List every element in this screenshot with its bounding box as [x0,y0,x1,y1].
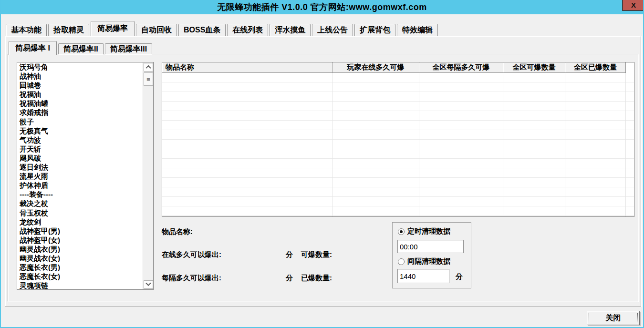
list-item[interactable]: 气功波 [18,135,142,144]
list-item[interactable]: 幽灵战衣(女) [18,254,142,263]
list-item[interactable]: 龙纹剑 [18,217,142,226]
can-drop-label: 可爆数量: [301,250,332,259]
drop-table: 物品名称玩家在线多久可爆全区每隔多久可爆全区可爆数量全区已爆数量 [162,62,634,217]
close-dialog-button[interactable]: 关闭 [587,311,640,325]
list-item[interactable]: 幽灵战衣(男) [18,245,142,254]
title-bar: 无限蜂功能插件 V1.0.0 官方网站:www.gomwxf.com [0,0,644,14]
main-tab[interactable]: 拾取精灵 [48,24,89,36]
main-tab-label: 自动回收 [141,25,172,35]
main-tab-label: 简易爆率 [97,24,128,34]
column-header[interactable]: 全区每隔多久可爆 [419,62,503,73]
list-item[interactable]: 战神盔甲(女) [18,236,142,245]
timed-cleanup-label: 定时清理数据 [407,227,450,236]
main-tab-label: 浑水摸鱼 [275,25,305,35]
sub-tab-strip: 简易爆率 I 简易爆率II 简易爆率III [9,41,154,54]
list-item[interactable]: 灵魂项链 [18,281,142,289]
focus-rect [589,313,638,323]
list-item[interactable]: 骰子 [18,117,142,126]
list-item[interactable]: 战神盔甲(男) [18,226,142,236]
item-listbox: 沃玛号角战神油回城卷祝福油祝福油罐求婚戒指骰子无极真气气功波开天斩飓风破逐日剑法… [17,62,154,290]
main-tab[interactable]: 自动回收 [136,24,177,36]
chevron-down-icon [145,281,151,286]
main-tab[interactable]: 在线列表 [227,24,268,36]
online-time-label: 在线多久可以爆出: [162,250,221,259]
main-tab-label: 拾取精灵 [53,25,84,35]
list-item[interactable]: 恶魔长衣(女) [18,272,142,281]
list-item[interactable]: 护体神盾 [18,181,142,190]
main-tab[interactable]: BOSS血条 [178,24,226,36]
interval-cleanup-minutes-input[interactable] [397,269,449,283]
grip-icon: ≡ [146,76,150,83]
scroll-up-button[interactable] [144,63,153,72]
grid-column-divider [503,73,503,216]
main-tab[interactable]: 特效编辑 [397,24,438,36]
list-item[interactable]: 飓风破 [18,154,142,163]
interval-time-label: 每隔多久可以爆出: [162,274,221,283]
main-tab[interactable]: 简易爆率 [91,21,135,36]
list-item[interactable]: 回城卷 [18,81,142,90]
main-tab[interactable]: 基本功能 [6,24,47,36]
item-name-label: 物品名称: [162,227,193,236]
list-item[interactable]: 裁决之杖 [18,199,142,208]
main-tab-label: 扩展背包 [360,25,390,35]
close-window-button[interactable]: X [622,0,644,11]
main-tab-label: 特效编辑 [402,25,433,35]
cleanup-panel: 定时清理数据 间隔清理数据 分 [392,222,471,288]
list-item[interactable]: 求婚戒指 [18,108,142,117]
dropped-label: 已爆数量: [301,274,332,283]
list-item[interactable]: 祝福油 [18,90,142,99]
main-tab-label: 在线列表 [232,25,263,35]
minutes-unit-label: 分 [286,274,293,283]
main-tab[interactable]: 扩展背包 [354,24,395,36]
main-tab[interactable]: 浑水摸鱼 [270,24,311,36]
column-header[interactable]: 全区已爆数量 [565,62,626,73]
grid-column-divider [625,73,626,216]
timed-cleanup-time-input[interactable] [397,240,464,253]
interval-unit-label: 分 [456,272,463,281]
grid-column-divider [419,73,419,216]
radio-timed-cleanup[interactable]: 定时清理数据 [398,227,450,236]
list-item[interactable]: 逐日剑法 [18,163,142,172]
list-item[interactable]: 流星火雨 [18,172,142,181]
list-scrollbar[interactable]: ≡ [143,62,153,289]
item-list: 沃玛号角战神油回城卷祝福油祝福油罐求婚戒指骰子无极真气气功波开天斩飓风破逐日剑法… [18,62,142,289]
sub-tab[interactable]: 简易爆率II [58,43,104,54]
drop-table-body[interactable] [162,73,634,216]
radio-interval-cleanup[interactable]: 间隔清理数据 [398,257,450,266]
column-header[interactable]: 物品名称 [162,62,332,73]
list-item[interactable]: 战神油 [18,72,142,81]
column-header[interactable]: 全区可爆数量 [503,62,565,73]
grid-column-divider [565,73,565,216]
sub-tab-label: 简易爆率 I [15,43,50,53]
main-tab-strip: 基本功能 拾取精灵 简易爆率 自动回收 BOSS血条 在线列表 浑水摸鱼 上线公… [6,21,439,36]
list-item[interactable]: ----装备---- [18,190,142,199]
sub-tab[interactable]: 简易爆率III [105,43,152,54]
column-header[interactable]: 玩家在线多久可爆 [332,62,419,73]
main-tab[interactable]: 上线公告 [312,24,353,36]
list-item[interactable]: 无极真气 [18,126,142,135]
minutes-unit-label: 分 [286,250,293,259]
list-item[interactable]: 恶魔长衣(男) [18,263,142,272]
main-tab-label: 基本功能 [11,25,42,35]
radio-icon [398,258,405,265]
scroll-thumb[interactable]: ≡ [144,72,153,86]
chevron-up-icon [145,65,151,71]
sub-tab[interactable]: 简易爆率 I [9,41,57,55]
sub-tab-label: 简易爆率III [110,44,147,54]
list-item[interactable]: 沃玛号角 [18,62,142,72]
list-item[interactable]: 开天斩 [18,144,142,154]
window-title: 无限蜂功能插件 V1.0.0 官方网站:www.gomwxf.com [217,1,426,13]
main-tab-label: 上线公告 [317,25,348,35]
main-tab-label: BOSS血条 [184,25,220,35]
drop-table-header: 物品名称玩家在线多久可爆全区每隔多久可爆全区可爆数量全区已爆数量 [162,62,634,73]
close-icon: X [631,1,636,9]
radio-icon [398,228,405,235]
list-item[interactable]: 祝福油罐 [18,99,142,108]
grid-column-divider [332,73,332,216]
plugin-window: 无限蜂功能插件 V1.0.0 官方网站:www.gomwxf.com X 基本功… [0,0,644,328]
interval-cleanup-label: 间隔清理数据 [407,257,450,266]
scroll-down-button[interactable] [144,280,153,289]
list-item[interactable]: 骨玉权杖 [18,208,142,217]
sub-tab-label: 简易爆率II [63,44,98,54]
